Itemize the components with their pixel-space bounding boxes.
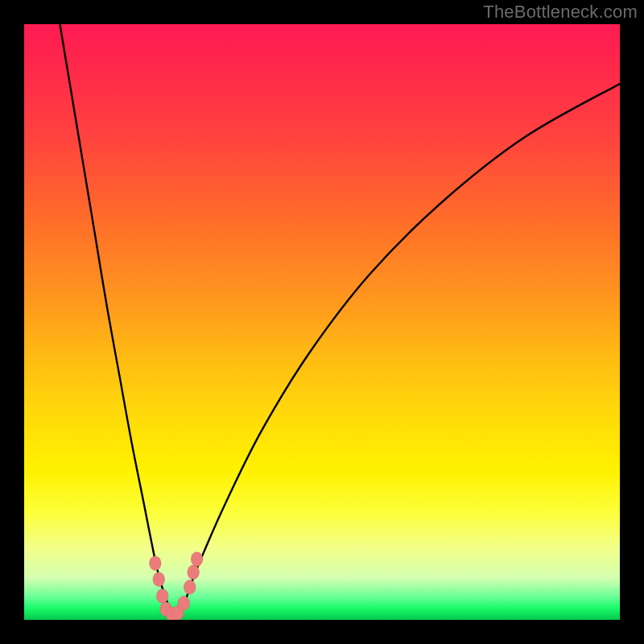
bottleneck-curve <box>60 24 620 616</box>
curve-marker <box>178 596 190 610</box>
curve-marker <box>156 588 168 603</box>
curve-markers <box>149 552 203 620</box>
chart-frame: TheBottleneck.com <box>0 0 644 644</box>
curve-marker <box>149 556 161 571</box>
watermark-text: TheBottleneck.com <box>483 2 638 23</box>
curve-marker <box>184 580 196 594</box>
plot-area <box>24 24 620 620</box>
curve-marker <box>188 565 200 580</box>
curve-marker <box>153 572 165 587</box>
curve-svg <box>24 24 620 620</box>
curve-marker <box>191 552 203 567</box>
